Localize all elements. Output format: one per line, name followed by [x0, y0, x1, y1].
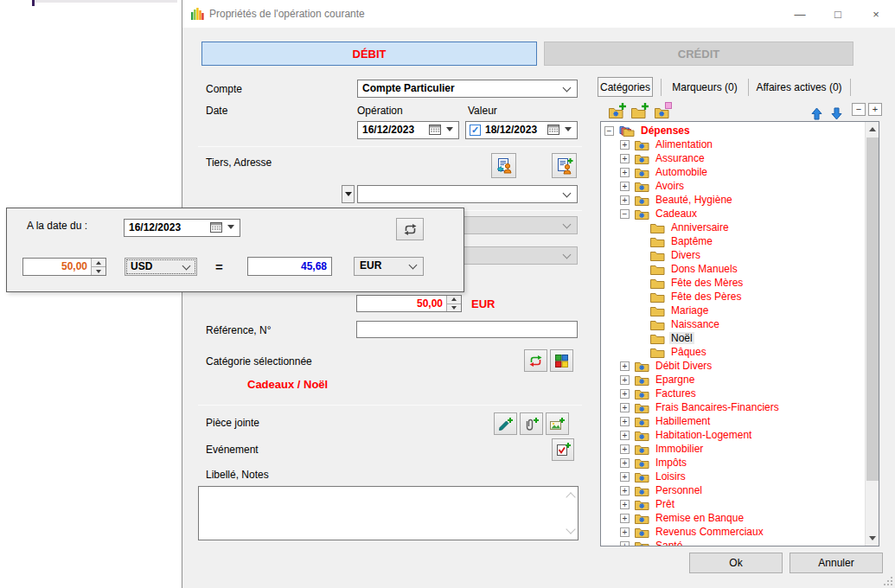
currency-to-select[interactable]: EUR: [354, 257, 424, 276]
scrollbar-thumb[interactable]: [866, 137, 879, 481]
scrollbar-up-button[interactable]: [866, 122, 879, 137]
expand-all-button[interactable]: +: [868, 103, 882, 116]
tree-expander-icon[interactable]: +: [620, 472, 630, 482]
tab-credit[interactable]: CRÉDIT: [544, 42, 853, 66]
tree-item[interactable]: +Avoirs: [601, 179, 865, 193]
collapse-all-button[interactable]: −: [852, 103, 866, 116]
move-up-button[interactable]: [811, 103, 830, 120]
title-bar[interactable]: Propriétés de l'opération courante — □ ×: [182, 0, 895, 28]
tree-item[interactable]: −Cadeaux: [601, 207, 865, 220]
edit-category-button[interactable]: [655, 101, 674, 118]
tree-item[interactable]: +Immobilier: [601, 442, 865, 456]
tree-item[interactable]: +Automobile: [601, 165, 865, 179]
tree-item[interactable]: Dons Manuels: [601, 262, 865, 276]
close-button[interactable]: ×: [857, 0, 895, 28]
tree-expander-icon[interactable]: +: [620, 389, 630, 399]
tab-affaires-actives[interactable]: Affaires actives (0): [753, 77, 845, 97]
spinner-up-icon[interactable]: [92, 259, 105, 266]
tree-expander-icon[interactable]: +: [620, 458, 630, 468]
cancel-button[interactable]: Annuler: [790, 553, 883, 573]
reference-input[interactable]: [356, 321, 578, 338]
add-category-button[interactable]: [609, 101, 628, 118]
spinner-buttons[interactable]: [91, 259, 105, 275]
tree-expander-icon[interactable]: −: [620, 209, 630, 219]
add-tiers-button[interactable]: [552, 153, 577, 178]
attach-link-button[interactable]: [494, 412, 517, 435]
notes-textarea[interactable]: [198, 486, 579, 540]
tree-expander-icon[interactable]: +: [620, 403, 630, 412]
tab-marqueurs[interactable]: Marqueurs (0): [667, 77, 743, 97]
tree-item[interactable]: +Personnel: [601, 483, 865, 497]
tree-expander-icon[interactable]: +: [620, 140, 630, 150]
tree-expander-icon[interactable]: −: [604, 126, 614, 136]
tree-item[interactable]: Naissance: [601, 317, 865, 331]
tree-expander-icon[interactable]: +: [620, 154, 630, 163]
maximize-button[interactable]: □: [819, 0, 857, 28]
tree-item[interactable]: +Débit Divers: [601, 359, 865, 373]
tree-expander-icon[interactable]: +: [620, 182, 630, 191]
refresh-rate-button[interactable]: [396, 218, 424, 240]
tree-item[interactable]: Baptême: [601, 234, 865, 248]
tree-item[interactable]: +Habillement: [601, 414, 865, 428]
tree-expander-icon[interactable]: +: [620, 375, 630, 385]
tree-item[interactable]: Pâques: [601, 345, 865, 359]
move-down-button[interactable]: [831, 103, 850, 120]
tree-item[interactable]: +Santé: [601, 539, 865, 546]
tree-expander-icon[interactable]: +: [620, 195, 630, 205]
tree-expander-icon[interactable]: +: [620, 500, 630, 509]
tree-expander-icon[interactable]: +: [620, 168, 630, 177]
tree-item[interactable]: Noël: [601, 331, 865, 345]
tree-expander-icon[interactable]: +: [620, 514, 630, 523]
tree-item[interactable]: Anniversaire: [601, 220, 865, 234]
select-tiers-button[interactable]: [491, 153, 516, 178]
refresh-categorie-button[interactable]: [524, 349, 547, 372]
tree-item[interactable]: +Beauté, Hygiène: [601, 193, 865, 207]
tree-item[interactable]: +Loisirs: [601, 470, 865, 483]
tree-item[interactable]: Fête des Pères: [601, 290, 865, 304]
tiers-mini-dropdown[interactable]: [342, 185, 355, 203]
tree-expander-icon[interactable]: +: [620, 527, 630, 537]
attach-file-button[interactable]: [520, 412, 543, 435]
tree-item[interactable]: +Alimentation: [601, 137, 865, 151]
tiers-combobox[interactable]: [357, 185, 578, 203]
spinner-up-icon[interactable]: [447, 296, 461, 304]
tree-item[interactable]: +Prêt: [601, 497, 865, 511]
scrollbar-down-button[interactable]: [866, 531, 879, 546]
spinner-buttons[interactable]: [446, 296, 461, 311]
ok-button[interactable]: Ok: [689, 553, 783, 573]
tree-item[interactable]: +Assurance: [601, 151, 865, 165]
tree-expander-icon[interactable]: +: [620, 541, 630, 547]
tree-item[interactable]: Divers: [601, 248, 865, 262]
currency-from-select[interactable]: USD: [125, 258, 197, 276]
add-event-button[interactable]: [552, 438, 574, 461]
minimize-button[interactable]: —: [781, 0, 819, 28]
tree-expander-icon[interactable]: +: [620, 444, 630, 454]
tree-item[interactable]: Fête des Mères: [601, 276, 865, 290]
tab-debit[interactable]: DÉBIT: [201, 42, 537, 66]
tab-categories[interactable]: Catégories: [598, 77, 653, 97]
tree-item[interactable]: +Impôts: [601, 456, 865, 470]
attach-image-button[interactable]: [546, 412, 569, 435]
tree-item[interactable]: +Revenus Commerciaux: [601, 525, 865, 539]
spinner-down-icon[interactable]: [447, 304, 461, 312]
tree-item[interactable]: Mariage: [601, 304, 865, 317]
scroll-down-icon[interactable]: [566, 524, 575, 534]
scroll-up-icon[interactable]: [566, 492, 575, 502]
tree-item[interactable]: +Epargne: [601, 373, 865, 387]
tree-item[interactable]: +Remise en Banque: [601, 511, 865, 525]
operation-date-picker[interactable]: 16/12/2023: [357, 121, 459, 139]
resize-grip[interactable]: [884, 577, 892, 585]
valeur-date-picker[interactable]: ✓ 18/12/2023: [465, 121, 578, 139]
montant-spinner[interactable]: 50,00: [356, 295, 462, 312]
tree-expander-icon[interactable]: +: [620, 431, 630, 440]
tree-item[interactable]: +Habitation-Logement: [601, 428, 865, 442]
tree-scrollbar[interactable]: [865, 122, 879, 546]
categorie-colors-button[interactable]: [550, 349, 573, 372]
valeur-checkbox[interactable]: ✓: [470, 125, 481, 136]
converter-date-picker[interactable]: 16/12/2023: [124, 219, 240, 237]
tree-expander-icon[interactable]: +: [620, 417, 630, 426]
converter-amount-spinner[interactable]: 50,00: [22, 258, 106, 276]
add-subfolder-button[interactable]: [631, 101, 650, 118]
compte-select[interactable]: Compte Particulier: [357, 80, 578, 98]
spinner-down-icon[interactable]: [92, 266, 105, 275]
